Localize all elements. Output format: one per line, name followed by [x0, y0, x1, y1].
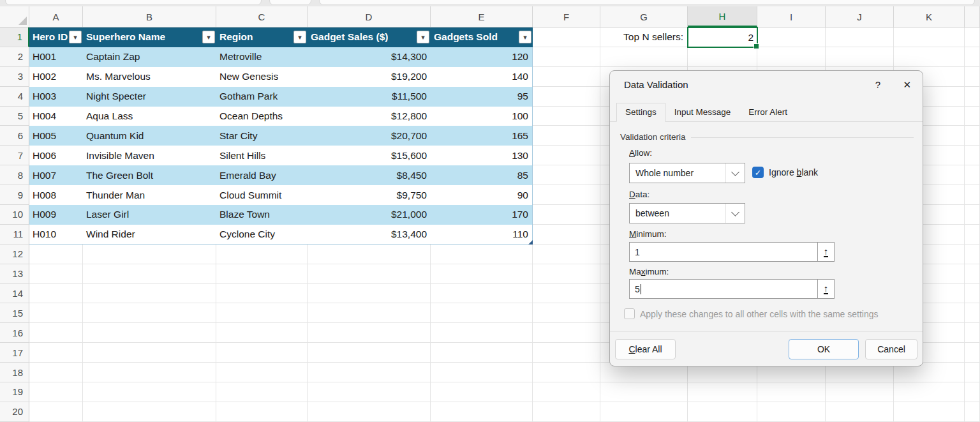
cell-E2[interactable]: 120: [431, 47, 533, 67]
row-header-11[interactable]: 11: [0, 225, 29, 245]
cell-D13[interactable]: [308, 264, 431, 284]
filter-button[interactable]: ▾: [69, 31, 82, 43]
row-header-17[interactable]: 17: [0, 343, 29, 363]
cell-F16[interactable]: [533, 323, 600, 343]
cell-F17[interactable]: [533, 343, 600, 363]
column-header-B[interactable]: B: [83, 6, 216, 27]
clear-all-button[interactable]: Clear All: [615, 339, 676, 359]
cell-F19[interactable]: [533, 382, 600, 402]
cell-E1[interactable]: Gadgets Sold▾: [431, 27, 533, 47]
cell-E10[interactable]: 170: [431, 205, 533, 225]
cell-X1[interactable]: [965, 27, 980, 47]
cell-J19[interactable]: [826, 382, 894, 402]
column-header-C[interactable]: C: [216, 6, 308, 27]
cell-I2[interactable]: [757, 47, 826, 67]
cell-E19[interactable]: [431, 382, 533, 402]
chevron-down-icon[interactable]: [725, 204, 745, 223]
collapse-dialog-button[interactable]: ↑: [817, 279, 835, 299]
cell-X4[interactable]: [965, 87, 980, 107]
cell-B1[interactable]: Superhero Name▾: [83, 27, 216, 47]
cell-E15[interactable]: [431, 303, 533, 323]
cell-C10[interactable]: Blaze Town: [216, 205, 308, 225]
cell-D17[interactable]: [308, 343, 431, 363]
cell-C14[interactable]: [216, 284, 308, 304]
cell-A14[interactable]: [29, 284, 83, 304]
cell-E6[interactable]: 165: [431, 126, 533, 146]
cell-C2[interactable]: Metroville: [216, 47, 308, 67]
cell-B6[interactable]: Quantum Kid: [83, 126, 216, 146]
cell-A8[interactable]: H007: [29, 165, 83, 185]
row-header-20[interactable]: 20: [0, 402, 29, 422]
cell-I1[interactable]: [757, 27, 826, 47]
help-icon[interactable]: ?: [875, 79, 880, 90]
row-header-18[interactable]: 18: [0, 363, 29, 382]
cell-E7[interactable]: 130: [431, 146, 533, 165]
row-header-12[interactable]: 12: [0, 245, 29, 264]
cell-B4[interactable]: Night Specter: [83, 87, 216, 107]
data-dropdown[interactable]: between: [629, 203, 745, 223]
apply-all-checkbox[interactable]: [624, 308, 635, 319]
cell-D11[interactable]: $13,400: [308, 225, 431, 245]
cell-F10[interactable]: [533, 205, 600, 225]
cell-C11[interactable]: Cyclone City: [216, 225, 308, 245]
cell-X5[interactable]: [965, 107, 980, 126]
filter-button[interactable]: ▾: [417, 31, 429, 43]
cell-B16[interactable]: [83, 323, 216, 343]
cell-X18[interactable]: [965, 363, 980, 382]
cell-C6[interactable]: Star City: [216, 126, 308, 146]
cell-J20[interactable]: [826, 402, 894, 422]
cell-E3[interactable]: 140: [431, 67, 533, 87]
cell-D6[interactable]: $20,700: [308, 126, 431, 146]
cell-E5[interactable]: 100: [431, 107, 533, 126]
row-header-2[interactable]: 2: [0, 47, 29, 67]
cell-K2[interactable]: [894, 47, 965, 67]
cell-E4[interactable]: 95: [431, 87, 533, 107]
cell-K20[interactable]: [894, 402, 965, 422]
cell-A6[interactable]: H005: [29, 126, 83, 146]
cell-A4[interactable]: H003: [29, 87, 83, 107]
cell-C3[interactable]: New Genesis: [216, 67, 308, 87]
cell-B17[interactable]: [83, 343, 216, 363]
cell-B15[interactable]: [83, 303, 216, 323]
cell-D7[interactable]: $15,600: [308, 146, 431, 165]
row-header-6[interactable]: 6: [0, 126, 29, 146]
cell-C15[interactable]: [216, 303, 308, 323]
cell-F11[interactable]: [533, 225, 600, 245]
cell-E8[interactable]: 85: [431, 165, 533, 185]
cell-D4[interactable]: $11,500: [308, 87, 431, 107]
cell-X16[interactable]: [965, 323, 980, 343]
column-header-I[interactable]: I: [757, 6, 826, 27]
cell-F6[interactable]: [533, 126, 600, 146]
cell-X9[interactable]: [965, 185, 980, 205]
cell-C5[interactable]: Ocean Depths: [216, 107, 308, 126]
cell-B10[interactable]: Laser Girl: [83, 205, 216, 225]
cell-X17[interactable]: [965, 343, 980, 363]
cell-A12[interactable]: [29, 245, 83, 264]
cell-C19[interactable]: [216, 382, 308, 402]
cancel-button[interactable]: Cancel: [865, 339, 917, 359]
cell-H20[interactable]: [688, 402, 757, 422]
ignore-blank-checkbox[interactable]: ✓: [752, 167, 764, 178]
filter-button[interactable]: ▾: [293, 31, 306, 43]
row-header-5[interactable]: 5: [0, 107, 29, 126]
cell-F8[interactable]: [533, 165, 600, 185]
chevron-down-icon[interactable]: [725, 163, 745, 183]
cell-F13[interactable]: [533, 264, 600, 284]
filter-button[interactable]: ▾: [202, 31, 215, 43]
cell-A5[interactable]: H004: [29, 107, 83, 126]
row-header-9[interactable]: 9: [0, 185, 29, 205]
cell-E11[interactable]: 110: [431, 225, 533, 245]
cell-H19[interactable]: [688, 382, 757, 402]
cell-X20[interactable]: [965, 402, 980, 422]
cell-J1[interactable]: [826, 27, 894, 47]
cell-C20[interactable]: [216, 402, 308, 422]
cell-C4[interactable]: Gotham Park: [216, 87, 308, 107]
cell-I19[interactable]: [757, 382, 826, 402]
row-header-14[interactable]: 14: [0, 284, 29, 304]
cell-A20[interactable]: [29, 402, 83, 422]
column-header-D[interactable]: D: [308, 6, 431, 27]
cell-B18[interactable]: [83, 363, 216, 382]
cell-X3[interactable]: [965, 67, 980, 87]
cell-A16[interactable]: [29, 323, 83, 343]
tab-settings[interactable]: Settings: [616, 103, 665, 122]
